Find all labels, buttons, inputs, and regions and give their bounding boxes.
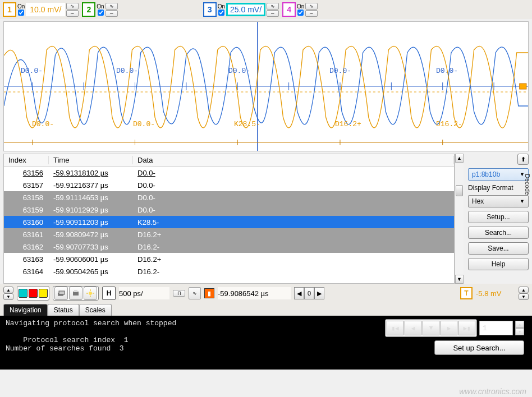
on-label: On [297, 4, 304, 10]
coupling-dc-icon[interactable]: ∼ [305, 10, 318, 17]
table-row[interactable]: 63163-59.90606001 µsD16.2+ [4, 253, 454, 265]
delay-field[interactable] [218, 287, 291, 299]
delay-zero-button[interactable]: 0 [304, 287, 314, 299]
delay-left-button[interactable]: ◀ [294, 287, 304, 299]
spin-down-icon[interactable]: ▼ [515, 328, 524, 335]
waveform-display[interactable]: D0.0- D0.0- D0.0- D0.0- D0.0- D0.0- D0.0… [3, 21, 529, 151]
channel-3-scale[interactable]: 25.0 mV/ [226, 3, 265, 16]
cell-time: -59.90707733 µs [49, 243, 133, 251]
tab-status[interactable]: Status [48, 304, 79, 316]
channel-3-badge[interactable]: 3 [203, 2, 217, 17]
table-scrollbar[interactable]: ▲ ▼ [455, 154, 464, 284]
cell-index: 63164 [4, 267, 49, 276]
channel-3-group: 3 On 25.0 mV/ ∿ ∼ [203, 2, 279, 17]
cell-index: 63157 [4, 181, 49, 190]
tab-navigation[interactable]: Navigation [3, 304, 48, 316]
table-row[interactable]: 63161-59.90809472 µsD16.2+ [4, 228, 454, 241]
arrow-up-icon[interactable]: ▲ [519, 287, 529, 293]
coupling-ac-icon[interactable]: ∿ [106, 3, 118, 10]
cell-data: D16.2+ [133, 255, 454, 264]
table-row[interactable]: 63162-59.90707733 µsD16.2- [4, 241, 454, 253]
decode-top-label: D0.0- [436, 67, 458, 75]
arrow-down-icon[interactable]: ▼ [3, 293, 13, 300]
decode-table: Index Time Data 63156-59.91318102 µsD0.0… [3, 154, 455, 284]
scroll-down-icon[interactable]: ▼ [455, 275, 464, 284]
cell-data: D0.0- [133, 181, 454, 190]
channel-4-checkbox[interactable] [297, 10, 304, 16]
channel-3-checkbox[interactable] [218, 10, 224, 16]
nav-index-field[interactable]: 1 [479, 321, 513, 335]
scroll-thumb[interactable] [456, 185, 463, 196]
scroll-up-icon[interactable]: ▲ [455, 154, 464, 163]
help-button[interactable]: Help [468, 258, 529, 270]
layers-icon[interactable] [54, 287, 68, 300]
table-row[interactable]: 63164-59.90504265 µsD16.2- [4, 265, 454, 278]
trigger-pos-icon[interactable]: ▮ [204, 288, 214, 298]
search-button[interactable]: Search... [468, 227, 529, 239]
setup-button[interactable]: Setup... [468, 211, 529, 223]
cell-data: D0.0- [133, 169, 454, 177]
coupling-dc-icon[interactable]: ∼ [106, 10, 118, 17]
channel-toolbar: 1 On 10.0 mV/ ∿ ∼ 2 On ∿ ∼ 3 On 25.0 mV/… [0, 0, 532, 19]
print-icon[interactable] [69, 287, 82, 300]
color-chip-cyan[interactable] [19, 289, 27, 298]
display-format-value: Hex [472, 197, 484, 205]
decode-bot-label: D0.0- [32, 120, 54, 128]
table-row[interactable]: 63156-59.91318102 µsD0.0- [4, 167, 454, 179]
color-chip-yellow[interactable] [39, 289, 48, 298]
save-button[interactable]: Save... [468, 242, 529, 255]
nav-last-button[interactable]: ▶▮ [458, 321, 475, 335]
delay-right-button[interactable]: ▶ [314, 287, 324, 299]
coupling-ac-icon[interactable]: ∿ [305, 3, 318, 10]
channel-2-checkbox[interactable] [98, 10, 104, 16]
display-format-dropdown[interactable]: Hex ▼ [468, 195, 529, 207]
brightness-icon[interactable] [84, 287, 97, 300]
mode-btn-2[interactable]: ∿ [189, 287, 201, 299]
table-row[interactable]: 63159-59.91012929 µsD0.0- [4, 204, 454, 216]
coupling-dc-icon[interactable]: ∼ [66, 10, 79, 17]
col-header-data[interactable]: Data [133, 156, 454, 164]
decode-bot-label: D16.2- [436, 120, 462, 128]
setup-search-button[interactable]: Set up Search... [434, 340, 524, 355]
trigger-badge[interactable]: T [460, 287, 473, 299]
table-row[interactable]: 63158-59.91114653 µsD0.0- [4, 191, 454, 204]
color-chip-red[interactable] [29, 289, 38, 298]
col-header-index[interactable]: Index [4, 156, 49, 164]
coupling-ac-icon[interactable]: ∿ [267, 3, 279, 10]
arrow-up-icon[interactable]: ▲ [3, 287, 13, 293]
coupling-ac-icon[interactable]: ∿ [66, 3, 79, 10]
channel-4-onoff: On [297, 4, 304, 16]
col-header-time[interactable]: Time [49, 156, 133, 164]
channel-1-badge[interactable]: 1 [3, 2, 16, 17]
arrow-down-icon[interactable]: ▼ [519, 293, 529, 300]
channel-4-badge[interactable]: 4 [282, 2, 296, 17]
protocol-value: p1:8b10b [472, 170, 500, 178]
trigger-level[interactable]: -5.8 mV [476, 289, 515, 298]
protocol-dropdown[interactable]: p1:8b10b ▼ [468, 168, 529, 181]
table-row[interactable]: 63160-59.90911203 µsK28.5- [4, 216, 454, 228]
on-label: On [97, 4, 104, 10]
decode-top-label: D0.0- [329, 67, 351, 75]
nav-down-button[interactable]: ▼ [423, 321, 439, 335]
nav-first-button[interactable]: ▮◀ [387, 321, 403, 335]
tab-scales[interactable]: Scales [79, 304, 112, 316]
mode-btn-1[interactable]: ⊓ [173, 290, 185, 297]
decode-bot-label: D16.2+ [335, 120, 361, 128]
channel-2-badge[interactable]: 2 [82, 2, 95, 17]
horizontal-badge[interactable]: H [102, 287, 116, 300]
channel-1-onoff: On [17, 4, 25, 16]
panel-up-button[interactable]: ⬆ [517, 154, 529, 165]
table-row[interactable]: 63157-59.91216377 µsD0.0- [4, 179, 454, 191]
spin-up-icon[interactable]: ▲ [515, 321, 524, 328]
timebase-field[interactable] [119, 287, 169, 299]
channel-1-checkbox[interactable] [18, 10, 24, 16]
cell-index: 63163 [4, 255, 49, 264]
waveform-svg [4, 22, 528, 151]
nav-prev-button[interactable]: ◀ [405, 321, 421, 335]
coupling-dc-icon[interactable]: ∼ [267, 10, 279, 17]
vert-scale-arrows: ▲ ▼ [3, 287, 13, 300]
cell-data: D0.0- [133, 206, 454, 214]
channel-1-scale[interactable]: 10.0 mV/ [26, 3, 65, 16]
nav-next-button[interactable]: ▶ [441, 321, 457, 335]
tool-chip-row [53, 286, 99, 301]
